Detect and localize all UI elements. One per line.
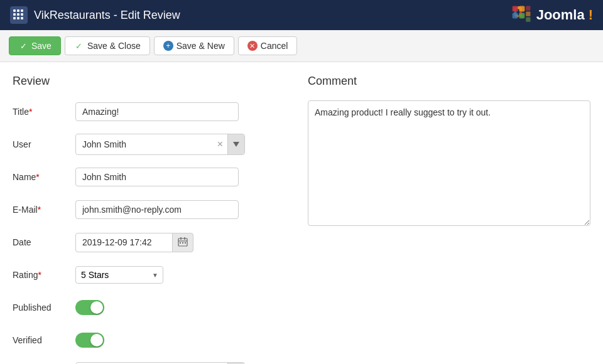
svg-rect-20 <box>180 242 181 244</box>
save-button[interactable]: ✓ Save <box>9 36 61 55</box>
date-label: Date <box>13 237 75 247</box>
save-close-button[interactable]: ✓ Save & Close <box>65 36 150 55</box>
toolbar: ✓ Save ✓ Save & Close + Save & New ✕ Can… <box>0 30 603 62</box>
date-row: Date <box>13 231 295 254</box>
toggle-knob-verified <box>90 334 103 346</box>
name-label: Name* <box>13 172 75 182</box>
user-select-combo[interactable]: × <box>75 134 245 155</box>
published-row: Published <box>13 296 295 319</box>
svg-rect-7 <box>17 17 19 19</box>
svg-rect-1 <box>17 9 19 12</box>
email-label: E-Mail* <box>13 205 75 215</box>
toggle-knob-published <box>90 301 103 314</box>
svg-rect-8 <box>21 17 23 19</box>
svg-rect-13 <box>526 6 530 11</box>
header-title-area: VikRestaurants - Edit Review <box>10 6 180 24</box>
svg-rect-22 <box>185 242 186 244</box>
comment-section-title: Comment <box>308 75 590 88</box>
save-close-icon: ✓ <box>74 41 84 51</box>
published-label: Published <box>13 302 75 313</box>
chevron-down-icon <box>233 142 239 147</box>
save-check-icon: ✓ <box>18 41 28 51</box>
svg-rect-12 <box>519 13 524 18</box>
svg-rect-3 <box>13 13 16 16</box>
svg-rect-2 <box>21 9 23 12</box>
verified-row: Verified <box>13 329 295 351</box>
app-icon <box>10 6 28 24</box>
user-row: User × <box>13 133 295 156</box>
title-label: Title* <box>13 107 75 117</box>
svg-rect-15 <box>526 18 530 22</box>
published-toggle[interactable] <box>75 300 104 315</box>
verified-toggle[interactable] <box>75 333 104 348</box>
cancel-button[interactable]: ✕ Cancel <box>238 36 298 55</box>
joomla-logo: Joomla! <box>510 4 593 26</box>
comment-section: Comment Amazing product! I really sugges… <box>308 75 590 364</box>
svg-rect-4 <box>17 13 19 16</box>
user-dropdown-arrow[interactable] <box>227 134 244 154</box>
save-label: Save <box>31 41 52 51</box>
title-row: Title* <box>13 100 295 123</box>
main-content: Review Title* User × <box>0 62 603 364</box>
comment-textarea[interactable]: Amazing product! I really suggest to try… <box>308 100 590 226</box>
cancel-label: Cancel <box>261 41 288 51</box>
calendar-icon <box>178 237 188 247</box>
save-new-button[interactable]: + Save & New <box>154 36 234 55</box>
svg-rect-14 <box>526 12 530 16</box>
app-header: VikRestaurants - Edit Review Joomla! <box>0 0 603 30</box>
joomla-brand-text: Joomla <box>536 7 585 23</box>
save-new-icon: + <box>163 41 173 51</box>
joomla-exclamation: ! <box>589 7 593 23</box>
svg-rect-0 <box>13 9 16 12</box>
save-close-label: Save & Close <box>87 41 141 51</box>
user-label: User <box>13 139 75 149</box>
verified-label: Verified <box>13 335 75 345</box>
review-section: Review Title* User × <box>13 75 295 364</box>
svg-rect-21 <box>182 242 183 244</box>
email-input[interactable] <box>75 200 239 219</box>
content-grid: Review Title* User × <box>13 75 590 364</box>
svg-rect-6 <box>13 17 16 19</box>
date-wrap <box>75 233 193 252</box>
svg-rect-9 <box>512 6 518 12</box>
product-row: Product* × <box>13 361 295 364</box>
name-row: Name* <box>13 166 295 188</box>
rating-row: Rating* 1 Star 2 Stars 3 Stars 4 Stars 5… <box>13 264 295 286</box>
rating-select-wrap: 1 Star 2 Stars 3 Stars 4 Stars 5 Stars <box>75 266 163 284</box>
page-title: VikRestaurants - Edit Review <box>34 9 180 22</box>
review-section-title: Review <box>13 75 295 88</box>
cancel-icon: ✕ <box>247 41 258 51</box>
svg-rect-5 <box>21 13 23 16</box>
calendar-button[interactable] <box>172 233 193 252</box>
svg-rect-11 <box>512 13 518 18</box>
user-input[interactable] <box>76 136 213 153</box>
rating-label: Rating* <box>13 270 75 280</box>
name-input[interactable] <box>75 168 239 186</box>
email-row: E-Mail* <box>13 198 295 221</box>
title-input[interactable] <box>75 102 239 121</box>
save-new-label: Save & New <box>177 41 225 51</box>
rating-select[interactable]: 1 Star 2 Stars 3 Stars 4 Stars 5 Stars <box>75 266 163 284</box>
svg-rect-10 <box>519 6 524 12</box>
date-input[interactable] <box>75 233 173 252</box>
user-clear-icon[interactable]: × <box>213 139 227 150</box>
